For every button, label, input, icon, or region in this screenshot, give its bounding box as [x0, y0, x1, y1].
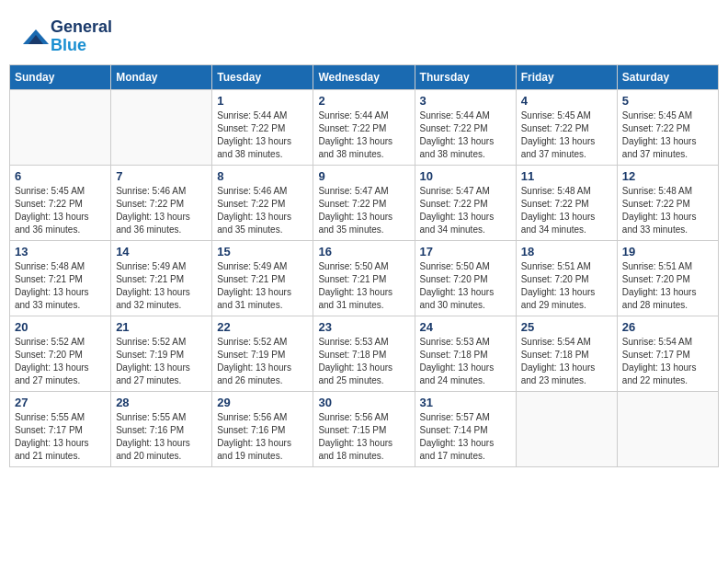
day-info: Sunrise: 5:55 AM Sunset: 7:16 PM Dayligh… — [116, 411, 207, 463]
calendar-cell: 22Sunrise: 5:52 AM Sunset: 7:19 PM Dayli… — [212, 316, 313, 391]
day-number: 24 — [420, 320, 511, 334]
weekday-header-wednesday: Wednesday — [313, 64, 415, 89]
day-number: 14 — [116, 245, 207, 259]
day-info: Sunrise: 5:52 AM Sunset: 7:19 PM Dayligh… — [116, 336, 207, 387]
calendar-week-row: 1Sunrise: 5:44 AM Sunset: 7:22 PM Daylig… — [10, 89, 719, 165]
calendar-cell: 15Sunrise: 5:49 AM Sunset: 7:21 PM Dayli… — [212, 240, 313, 316]
calendar-cell: 20Sunrise: 5:52 AM Sunset: 7:20 PM Dayli… — [10, 316, 111, 391]
page-header: General Blue — [9, 9, 719, 60]
day-number: 4 — [521, 94, 612, 108]
day-number: 12 — [622, 169, 713, 183]
calendar-cell: 26Sunrise: 5:54 AM Sunset: 7:17 PM Dayli… — [617, 316, 718, 391]
calendar-week-row: 20Sunrise: 5:52 AM Sunset: 7:20 PM Dayli… — [10, 316, 719, 391]
day-info: Sunrise: 5:47 AM Sunset: 7:22 PM Dayligh… — [420, 185, 511, 236]
day-info: Sunrise: 5:49 AM Sunset: 7:21 PM Dayligh… — [116, 260, 207, 312]
day-info: Sunrise: 5:54 AM Sunset: 7:17 PM Dayligh… — [622, 336, 713, 387]
day-number: 19 — [622, 245, 713, 259]
day-number: 6 — [15, 169, 106, 183]
day-number: 20 — [15, 320, 106, 334]
calendar-cell: 8Sunrise: 5:46 AM Sunset: 7:22 PM Daylig… — [212, 165, 313, 240]
calendar-cell: 18Sunrise: 5:51 AM Sunset: 7:20 PM Dayli… — [516, 240, 617, 316]
calendar-cell: 29Sunrise: 5:56 AM Sunset: 7:16 PM Dayli… — [212, 391, 313, 466]
day-info: Sunrise: 5:53 AM Sunset: 7:18 PM Dayligh… — [318, 336, 409, 387]
day-number: 1 — [217, 94, 308, 108]
day-info: Sunrise: 5:54 AM Sunset: 7:18 PM Dayligh… — [521, 336, 612, 387]
calendar-cell: 1Sunrise: 5:44 AM Sunset: 7:22 PM Daylig… — [212, 89, 313, 165]
day-info: Sunrise: 5:52 AM Sunset: 7:19 PM Dayligh… — [217, 336, 308, 387]
day-number: 22 — [217, 320, 308, 334]
day-info: Sunrise: 5:50 AM Sunset: 7:20 PM Dayligh… — [420, 260, 511, 312]
calendar-cell — [617, 391, 718, 466]
weekday-header-thursday: Thursday — [415, 64, 516, 89]
day-info: Sunrise: 5:52 AM Sunset: 7:20 PM Dayligh… — [15, 336, 106, 387]
day-info: Sunrise: 5:48 AM Sunset: 7:22 PM Dayligh… — [521, 185, 612, 236]
day-info: Sunrise: 5:44 AM Sunset: 7:22 PM Dayligh… — [318, 109, 409, 161]
calendar-cell: 27Sunrise: 5:55 AM Sunset: 7:17 PM Dayli… — [10, 391, 111, 466]
calendar-cell: 23Sunrise: 5:53 AM Sunset: 7:18 PM Dayli… — [313, 316, 415, 391]
day-info: Sunrise: 5:45 AM Sunset: 7:22 PM Dayligh… — [15, 185, 106, 236]
calendar-cell: 31Sunrise: 5:57 AM Sunset: 7:14 PM Dayli… — [415, 391, 516, 466]
calendar-cell: 13Sunrise: 5:48 AM Sunset: 7:21 PM Dayli… — [10, 240, 111, 316]
day-number: 21 — [116, 320, 207, 334]
calendar-cell: 2Sunrise: 5:44 AM Sunset: 7:22 PM Daylig… — [313, 89, 415, 165]
calendar-cell: 5Sunrise: 5:45 AM Sunset: 7:22 PM Daylig… — [617, 89, 718, 165]
calendar-cell: 17Sunrise: 5:50 AM Sunset: 7:20 PM Dayli… — [415, 240, 516, 316]
logo-icon — [23, 26, 49, 48]
day-info: Sunrise: 5:48 AM Sunset: 7:21 PM Dayligh… — [15, 260, 106, 312]
calendar-cell: 3Sunrise: 5:44 AM Sunset: 7:22 PM Daylig… — [415, 89, 516, 165]
calendar-cell: 11Sunrise: 5:48 AM Sunset: 7:22 PM Dayli… — [516, 165, 617, 240]
calendar-cell: 30Sunrise: 5:56 AM Sunset: 7:15 PM Dayli… — [313, 391, 415, 466]
day-info: Sunrise: 5:51 AM Sunset: 7:20 PM Dayligh… — [622, 260, 713, 312]
calendar-cell — [10, 89, 111, 165]
day-number: 7 — [116, 169, 207, 183]
calendar-cell: 14Sunrise: 5:49 AM Sunset: 7:21 PM Dayli… — [111, 240, 212, 316]
day-info: Sunrise: 5:56 AM Sunset: 7:16 PM Dayligh… — [217, 411, 308, 463]
day-number: 29 — [217, 396, 308, 409]
calendar-cell — [516, 391, 617, 466]
day-number: 10 — [420, 169, 511, 183]
day-info: Sunrise: 5:55 AM Sunset: 7:17 PM Dayligh… — [15, 411, 106, 463]
calendar-cell: 16Sunrise: 5:50 AM Sunset: 7:21 PM Dayli… — [313, 240, 415, 316]
day-info: Sunrise: 5:48 AM Sunset: 7:22 PM Dayligh… — [622, 185, 713, 236]
day-number: 30 — [318, 396, 409, 409]
day-info: Sunrise: 5:46 AM Sunset: 7:22 PM Dayligh… — [217, 185, 308, 236]
calendar-week-row: 27Sunrise: 5:55 AM Sunset: 7:17 PM Dayli… — [10, 391, 719, 466]
day-number: 23 — [318, 320, 409, 334]
day-number: 18 — [521, 245, 612, 259]
day-number: 25 — [521, 320, 612, 334]
day-number: 28 — [116, 396, 207, 409]
weekday-header-tuesday: Tuesday — [212, 64, 313, 89]
day-number: 16 — [318, 245, 409, 259]
day-number: 9 — [318, 169, 409, 183]
day-info: Sunrise: 5:51 AM Sunset: 7:20 PM Dayligh… — [521, 260, 612, 312]
day-number: 26 — [622, 320, 713, 334]
weekday-header-friday: Friday — [516, 64, 617, 89]
calendar-cell — [111, 89, 212, 165]
day-number: 2 — [318, 94, 409, 108]
day-info: Sunrise: 5:50 AM Sunset: 7:21 PM Dayligh… — [318, 260, 409, 312]
day-number: 27 — [15, 396, 106, 409]
day-info: Sunrise: 5:46 AM Sunset: 7:22 PM Dayligh… — [116, 185, 207, 236]
calendar-cell: 19Sunrise: 5:51 AM Sunset: 7:20 PM Dayli… — [617, 240, 718, 316]
day-info: Sunrise: 5:44 AM Sunset: 7:22 PM Dayligh… — [217, 109, 308, 161]
calendar-table: SundayMondayTuesdayWednesdayThursdayFrid… — [9, 64, 719, 467]
day-number: 8 — [217, 169, 308, 183]
day-number: 15 — [217, 245, 308, 259]
calendar-cell: 21Sunrise: 5:52 AM Sunset: 7:19 PM Dayli… — [111, 316, 212, 391]
calendar-week-row: 13Sunrise: 5:48 AM Sunset: 7:21 PM Dayli… — [10, 240, 719, 316]
weekday-header-monday: Monday — [111, 64, 212, 89]
day-number: 17 — [420, 245, 511, 259]
day-info: Sunrise: 5:53 AM Sunset: 7:18 PM Dayligh… — [420, 336, 511, 387]
calendar-cell: 6Sunrise: 5:45 AM Sunset: 7:22 PM Daylig… — [10, 165, 111, 240]
day-number: 13 — [15, 245, 106, 259]
calendar-cell: 9Sunrise: 5:47 AM Sunset: 7:22 PM Daylig… — [313, 165, 415, 240]
day-number: 31 — [420, 396, 511, 409]
day-info: Sunrise: 5:57 AM Sunset: 7:14 PM Dayligh… — [420, 411, 511, 463]
day-info: Sunrise: 5:45 AM Sunset: 7:22 PM Dayligh… — [622, 109, 713, 161]
calendar-cell: 24Sunrise: 5:53 AM Sunset: 7:18 PM Dayli… — [415, 316, 516, 391]
day-number: 11 — [521, 169, 612, 183]
day-info: Sunrise: 5:47 AM Sunset: 7:22 PM Dayligh… — [318, 185, 409, 236]
calendar-cell: 25Sunrise: 5:54 AM Sunset: 7:18 PM Dayli… — [516, 316, 617, 391]
day-info: Sunrise: 5:49 AM Sunset: 7:21 PM Dayligh… — [217, 260, 308, 312]
calendar-week-row: 6Sunrise: 5:45 AM Sunset: 7:22 PM Daylig… — [10, 165, 719, 240]
